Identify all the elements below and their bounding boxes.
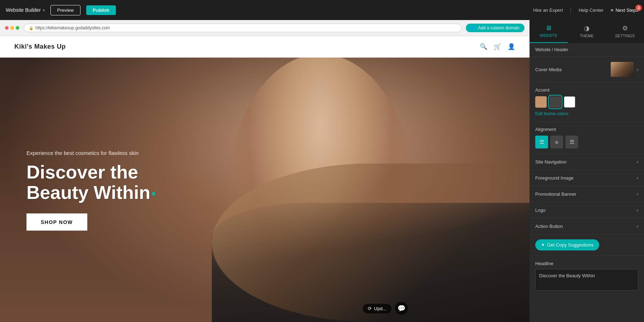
canvas-area: 🔒 https://kikismakesup.godaddysites.com …	[0, 20, 530, 322]
site-navigation-label: Site Navigation	[535, 159, 566, 165]
cover-media-label: Cover Media	[535, 67, 562, 72]
accent-swatch-white[interactable]	[564, 96, 575, 108]
bottom-bar: ⟳ Upd... 💬	[363, 302, 408, 315]
accent-swatch-warm[interactable]	[535, 96, 547, 108]
update-label: Upd...	[374, 306, 386, 311]
browser-chrome: 🔒 https://kikismakesup.godaddysites.com …	[0, 20, 530, 36]
action-button-chevron-icon: ›	[636, 223, 638, 229]
sparkle-icon: ✦	[541, 242, 545, 248]
cover-media-controls: ›	[611, 62, 638, 77]
search-icon[interactable]: 🔍	[480, 43, 487, 50]
dot-maximize	[16, 26, 19, 30]
hamburger-icon: ≡	[611, 8, 614, 13]
promotional-banner-item[interactable]: Promotional Banner ›	[530, 186, 644, 202]
accent-swatch-dark[interactable]	[550, 96, 561, 108]
address-bar[interactable]: 🔒 https://kikismakesup.godaddysites.com	[24, 24, 462, 32]
panel-tabs: 🖥 WEBSITE ◑ THEME ⚙ SETTINGS	[530, 20, 644, 43]
foreground-image-chevron-icon: ›	[636, 175, 638, 181]
site-header-icons: 🔍 🛒 👤	[480, 43, 515, 50]
hero-dot	[152, 192, 155, 196]
action-button-label: Action Button	[535, 224, 563, 229]
site-navigation-item[interactable]: Site Navigation ›	[530, 154, 644, 170]
separator: |	[570, 7, 571, 13]
hire-expert-link[interactable]: Hire an Expert	[533, 8, 563, 13]
thumbnail-image	[611, 62, 634, 77]
cover-media-chevron-icon[interactable]: ›	[636, 67, 638, 72]
shop-now-button[interactable]: SHOP NOW	[26, 214, 87, 231]
tab-website[interactable]: 🖥 WEBSITE	[530, 20, 568, 43]
website-tab-label: WEBSITE	[540, 33, 558, 38]
alignment-buttons: ☰ ≡ ☰	[535, 136, 638, 148]
hero-title-text: Discover the Beauty Within	[26, 162, 150, 203]
align-right-button[interactable]: ☰	[565, 136, 578, 148]
headline-textarea[interactable]: Discover the Beauty Within	[535, 269, 638, 291]
update-status-pill: ⟳ Upd...	[363, 304, 391, 313]
globe-icon: 🌐	[471, 25, 476, 30]
account-icon[interactable]: 👤	[508, 43, 515, 50]
hero-content: Experience the best cosmetics for flawle…	[26, 149, 170, 231]
align-left-button[interactable]: ☰	[535, 136, 548, 148]
tab-settings[interactable]: ⚙ SETTINGS	[606, 20, 644, 43]
top-bar-right: Hire an Expert | Help Center ≡ Next Step…	[533, 7, 638, 13]
headline-section: Headline Discover the Beauty Within	[530, 256, 644, 297]
hero-title: Discover the Beauty Within	[26, 162, 170, 203]
cover-media-section: Cover Media ›	[530, 57, 644, 82]
hand-overlay	[212, 164, 530, 322]
site-logo: Kiki's Makes Up	[14, 43, 66, 50]
cover-media-row: Cover Media ›	[535, 62, 638, 77]
accent-colors	[535, 96, 638, 108]
copy-suggestions-label: Get Copy Suggestions	[547, 242, 594, 248]
update-icon: ⟳	[368, 306, 372, 311]
next-steps-button[interactable]: ≡ Next Steps 3	[611, 8, 638, 13]
dot-minimize	[10, 26, 14, 30]
hero-subtitle: Experience the best cosmetics for flawle…	[26, 149, 170, 157]
lock-icon: 🔒	[29, 26, 33, 30]
add-domain-label: Add a custom domain	[478, 25, 519, 30]
website-builder-text: Website Builder	[6, 7, 41, 13]
chat-icon: 💬	[397, 304, 405, 312]
next-steps-badge: 3	[635, 5, 642, 11]
right-panel: 🖥 WEBSITE ◑ THEME ⚙ SETTINGS Website / H…	[530, 20, 644, 322]
logo-item[interactable]: Logo ›	[530, 202, 644, 218]
align-center-button[interactable]: ≡	[550, 136, 563, 148]
site-navigation-chevron-icon: ›	[636, 159, 638, 165]
top-bar: Website Builder ▾ Preview Publish Hire a…	[0, 0, 644, 20]
headline-label: Headline	[535, 261, 638, 266]
top-bar-left: Website Builder ▾ Preview Publish	[6, 5, 116, 15]
promotional-banner-chevron-icon: ›	[636, 191, 638, 197]
next-steps-label: Next Steps	[615, 8, 638, 13]
cart-icon[interactable]: 🛒	[494, 43, 501, 50]
preview-button[interactable]: Preview	[50, 5, 80, 15]
main-layout: 🔒 https://kikismakesup.godaddysites.com …	[0, 20, 644, 322]
browser-dots	[5, 26, 19, 30]
promotional-banner-label: Promotional Banner	[535, 191, 576, 197]
site-header: Kiki's Makes Up 🔍 🛒 👤	[0, 36, 530, 58]
tab-theme[interactable]: ◑ THEME	[568, 20, 606, 43]
breadcrumb-text: Website / Header	[535, 47, 569, 52]
logo-chevron-icon: ›	[636, 207, 638, 213]
alignment-label: Alignment	[535, 127, 638, 132]
action-button-item[interactable]: Action Button ›	[530, 218, 644, 234]
help-center-link[interactable]: Help Center	[579, 8, 603, 13]
publish-button[interactable]: Publish	[86, 5, 116, 15]
theme-tab-label: THEME	[580, 34, 594, 38]
website-preview: Kiki's Makes Up 🔍 🛒 👤	[0, 36, 530, 322]
brand-chevron-icon: ▾	[43, 8, 45, 12]
foreground-image-item[interactable]: Foreground Image ›	[530, 170, 644, 186]
logo-label: Logo	[535, 208, 546, 213]
website-builder-label[interactable]: Website Builder ▾	[6, 7, 45, 13]
settings-tab-label: SETTINGS	[615, 34, 635, 38]
breadcrumb: Website / Header	[530, 43, 644, 57]
alignment-section: Alignment ☰ ≡ ☰	[530, 122, 644, 154]
copy-suggestions-section: ✦ Get Copy Suggestions	[530, 234, 644, 256]
add-domain-button[interactable]: 🌐 Add a custom domain	[466, 24, 525, 32]
canvas-container: Kiki's Makes Up 🔍 🛒 👤	[0, 36, 530, 322]
copy-suggestions-button[interactable]: ✦ Get Copy Suggestions	[535, 239, 599, 250]
url-text: https://kikismakesup.godaddysites.com	[35, 25, 110, 30]
cover-media-thumbnail[interactable]	[611, 62, 634, 77]
settings-tab-icon: ⚙	[622, 24, 628, 32]
chat-bubble-button[interactable]: 💬	[395, 302, 408, 315]
theme-tab-icon: ◑	[584, 24, 590, 32]
edit-theme-colors-link[interactable]: Edit theme colors	[535, 111, 638, 116]
foreground-image-label: Foreground Image	[535, 175, 574, 181]
